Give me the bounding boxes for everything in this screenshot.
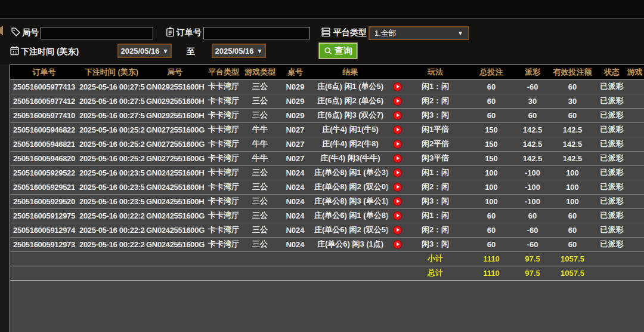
play-video-button[interactable] xyxy=(393,183,402,192)
table-row[interactable]: 2505160059468212025-05-16 00:25:20GN0272… xyxy=(10,137,644,151)
cell-game-type: 牛牛 xyxy=(243,137,277,151)
cell-status: 已派彩 xyxy=(599,180,625,194)
cell-order-no: 250516005912975 xyxy=(10,208,78,223)
cell-play xyxy=(388,94,407,108)
cell-result: 庄(单公8) 闲3 (单公1) xyxy=(313,194,388,208)
cell-game-type: 牛牛 xyxy=(243,122,277,137)
table-row[interactable]: 2505160059295202025-05-16 00:23:51GN0242… xyxy=(10,194,644,208)
play-video-button[interactable] xyxy=(393,168,402,177)
cell-game-type: 三公 xyxy=(243,223,277,237)
cell-play-method: 闲1：闲 xyxy=(407,165,464,180)
chevron-down-icon: ▼ xyxy=(257,48,263,54)
cell-total-bet: 60 xyxy=(464,94,519,108)
cell-status: 已派彩 xyxy=(599,223,625,237)
cell-round-no: GN0242551600H xyxy=(145,165,205,180)
cell-payout: 142.5 xyxy=(519,151,546,165)
table-row[interactable]: 2505160059129742025-05-16 00:22:24GN0242… xyxy=(10,223,644,237)
table-row[interactable]: 2505160059129732025-05-16 00:22:24GN0242… xyxy=(10,237,644,251)
cell-round-no: GN0272551600G xyxy=(145,137,205,151)
table-row[interactable]: 2505160059468222025-05-16 00:25:20GN0272… xyxy=(10,122,644,137)
cell-bet-time: 2025-05-16 00:23:51 xyxy=(78,194,145,208)
cell-payout: -60 xyxy=(519,79,546,94)
order-no-input[interactable] xyxy=(203,27,310,39)
summary-valid-bet: 1057.5 xyxy=(546,266,599,280)
cell-total-bet: 100 xyxy=(464,165,519,180)
cell-order-no: 250516005977413 xyxy=(10,79,78,94)
cell-play xyxy=(388,137,407,151)
cell-game-type: 三公 xyxy=(243,94,277,108)
column-header: 状态 xyxy=(599,65,625,79)
query-button-label: 查询 xyxy=(335,45,352,57)
cell-platform: 卡卡湾厅 xyxy=(205,223,243,237)
orders-tbody: 2505160059774132025-05-16 00:27:58GN0292… xyxy=(10,79,644,280)
play-video-button[interactable] xyxy=(393,97,402,106)
table-row[interactable]: 2505160059129752025-05-16 00:22:24GN0242… xyxy=(10,208,644,223)
cell-round-no: GN0272551600G xyxy=(145,151,205,165)
cell-result: 庄(牛4) 闲1(牛5) xyxy=(313,122,388,137)
summary-label: 小计 xyxy=(407,251,464,266)
cell-table-no: N027 xyxy=(277,151,313,165)
cell-table-no: N024 xyxy=(277,165,313,180)
cell-game-type: 牛牛 xyxy=(243,151,277,165)
table-row[interactable]: 2505160059468202025-05-16 00:25:20GN0272… xyxy=(10,151,644,165)
query-button[interactable]: 查询 xyxy=(319,43,357,59)
play-video-button[interactable] xyxy=(393,197,402,206)
cell-extra xyxy=(625,194,644,208)
cell-result: 庄(单公6) 闲3 (1点) xyxy=(313,237,388,251)
cell-extra xyxy=(625,237,644,251)
top-bar xyxy=(0,0,644,19)
cell-table-no: N029 xyxy=(277,108,313,122)
date-to-picker[interactable]: 2025/05/16 ▼ xyxy=(212,44,266,58)
play-video-button[interactable] xyxy=(393,125,402,134)
cell-extra xyxy=(625,223,644,237)
cell-payout: -100 xyxy=(519,194,546,208)
play-video-button[interactable] xyxy=(393,226,402,235)
play-video-button[interactable] xyxy=(393,240,402,249)
collapse-arrow-icon[interactable] xyxy=(0,26,3,35)
cell-platform: 卡卡湾厅 xyxy=(205,79,243,94)
cell-valid-bet: 100 xyxy=(546,165,599,180)
platform-type-value: 1.全部 xyxy=(374,28,454,39)
cell-play-method: 闲3：闲 xyxy=(407,108,464,122)
cell-game-type: 三公 xyxy=(243,208,277,223)
cell-play-method: 闲1平倍 xyxy=(407,122,464,137)
cell-play xyxy=(388,151,407,165)
column-header: 平台类型 xyxy=(205,65,243,79)
column-header: 有效投注额 xyxy=(546,65,599,79)
cell-extra xyxy=(625,79,644,94)
cell-empty xyxy=(599,251,625,266)
cell-result: 庄(单公8) 闲1 (单公3) xyxy=(313,165,388,180)
cell-order-no: 250516005946822 xyxy=(10,122,78,137)
play-video-button[interactable] xyxy=(393,211,402,220)
table-row[interactable]: 2505160059295222025-05-16 00:23:51GN0242… xyxy=(10,165,644,180)
cell-table-no: N024 xyxy=(277,223,313,237)
cell-status: 已派彩 xyxy=(599,194,625,208)
play-video-button[interactable] xyxy=(393,82,402,91)
date-from-picker[interactable]: 2025/05/16 ▼ xyxy=(117,44,172,58)
cell-empty xyxy=(145,266,205,280)
cell-play xyxy=(388,223,407,237)
subtotal-row: 小计111097.51057.5 xyxy=(10,251,644,266)
play-video-button[interactable] xyxy=(393,140,402,149)
play-video-button[interactable] xyxy=(393,111,402,120)
cell-payout: 142.5 xyxy=(519,137,546,151)
table-row[interactable]: 2505160059295212025-05-16 00:23:51GN0242… xyxy=(10,180,644,194)
cell-bet-time: 2025-05-16 00:25:20 xyxy=(78,137,145,151)
table-row[interactable]: 2505160059774102025-05-16 00:27:58GN0292… xyxy=(10,108,644,122)
cell-extra xyxy=(625,137,644,151)
play-video-button[interactable] xyxy=(393,154,402,163)
cell-empty xyxy=(78,266,145,280)
round-no-input[interactable] xyxy=(41,27,153,39)
table-row[interactable]: 2505160059774122025-05-16 00:27:58GN0292… xyxy=(10,94,644,108)
column-header: 桌号 xyxy=(277,65,313,79)
summary-payout: 97.5 xyxy=(519,266,546,280)
cell-platform: 卡卡湾厅 xyxy=(205,237,243,251)
chevron-down-icon: ▼ xyxy=(163,48,169,54)
table-row[interactable]: 2505160059774132025-05-16 00:27:58GN0292… xyxy=(10,79,644,94)
cell-status: 已派彩 xyxy=(599,151,625,165)
platform-type-select[interactable]: 1.全部 ▼ xyxy=(369,26,469,40)
cell-play xyxy=(388,194,407,208)
cell-bet-time: 2025-05-16 00:23:51 xyxy=(78,165,145,180)
cell-extra xyxy=(625,165,644,180)
cell-extra xyxy=(625,151,644,165)
